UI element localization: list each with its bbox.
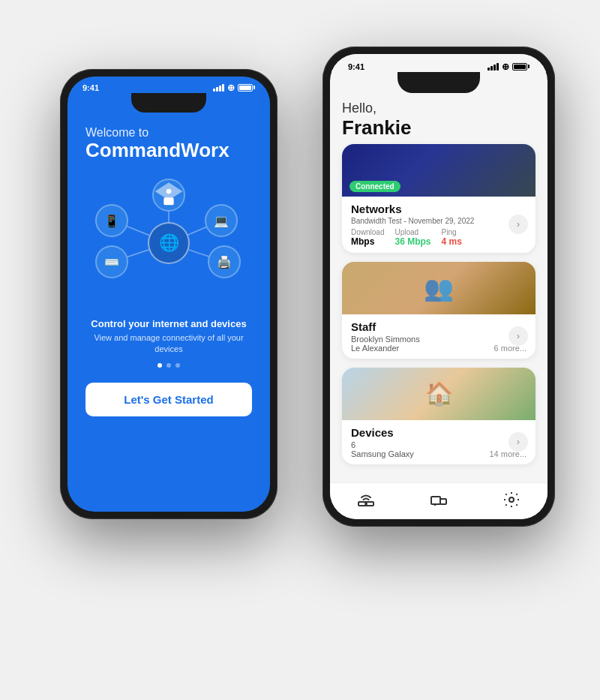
devices-info: 6 Samsung Galaxy 14 more... xyxy=(351,440,526,458)
download-label: Download xyxy=(351,228,384,236)
network-diagram: 🌐 💻 🖨️ ⌨️ xyxy=(94,176,244,311)
router-node xyxy=(152,179,185,212)
welcome-line1: Welcome to xyxy=(86,126,148,140)
svg-point-8 xyxy=(365,503,367,504)
right-time: 9:41 xyxy=(348,62,364,71)
network-card-image: Connected xyxy=(342,144,536,197)
devices-count: 6 xyxy=(351,440,526,449)
devices-row: Samsung Galaxy 14 more... xyxy=(351,449,526,458)
staff-card: 👥 Staff Brooklyn Simmons Le Alexander 6 … xyxy=(342,262,536,359)
tab-bar xyxy=(330,482,548,519)
devices-card: 🏠 Devices 6 Samsung Galaxy 14 more... › xyxy=(342,368,536,464)
phones-container: 9:41 ⊕ xyxy=(38,32,562,669)
diagram-main-title: Control your internet and devices xyxy=(86,318,252,329)
upload-value: 36 Mbps xyxy=(394,236,430,247)
devices-card-image: 🏠 xyxy=(342,368,536,420)
phone-right: 9:41 ⊕ xyxy=(322,47,555,527)
person1-name: Brooklyn Simmons xyxy=(351,335,526,344)
staff-person-list: Brooklyn Simmons Le Alexander 6 more... xyxy=(351,335,526,353)
download-value: Mbps xyxy=(351,236,384,247)
tab-settings[interactable] xyxy=(502,491,520,509)
svg-rect-10 xyxy=(440,499,446,504)
right-status-bar: 9:41 ⊕ xyxy=(330,54,548,72)
person2-name: Le Alexander xyxy=(351,344,399,353)
dot-1 xyxy=(158,363,162,368)
right-status-icons: ⊕ xyxy=(488,62,530,72)
devices-card-title: Devices xyxy=(351,426,526,439)
staff-card-title: Staff xyxy=(351,320,526,333)
user-name: Frankie xyxy=(342,116,536,140)
right-screen: 9:41 ⊕ xyxy=(330,54,548,519)
devices-card-body: Devices 6 Samsung Galaxy 14 more... › xyxy=(342,420,536,464)
staff-faces-decoration: 👥 xyxy=(342,262,536,314)
network-card-body: Networks Bandwidth Test - November 29, 2… xyxy=(342,197,536,253)
devices-chevron[interactable]: › xyxy=(508,432,528,452)
devices-room-decoration: 🏠 xyxy=(342,368,536,420)
diagram-subtitle: View and manage connectivity of all your… xyxy=(86,332,252,356)
right-notch xyxy=(398,72,480,93)
staff-card-image: 👥 xyxy=(342,262,536,314)
printer-node: 🖨️ xyxy=(208,245,241,278)
left-status-icons: ⊕ xyxy=(213,83,255,93)
battery-icon xyxy=(238,84,255,92)
right-wifi-icon: ⊕ xyxy=(502,62,509,72)
svg-point-12 xyxy=(509,497,514,502)
connected-badge: Connected xyxy=(350,181,400,192)
dot-3 xyxy=(176,363,180,368)
download-item: Download Mbps xyxy=(351,228,384,247)
ping-value: 4 ms xyxy=(442,236,462,247)
bandwidth-date: Bandwidth Test - November 29, 2022 xyxy=(351,217,526,225)
signal-bars-icon xyxy=(213,84,224,92)
left-content: Welcome to CommandWorx 🌐 xyxy=(68,113,270,512)
left-notch xyxy=(131,93,206,113)
pagination-dots xyxy=(158,363,180,368)
dot-2 xyxy=(166,363,171,368)
svg-rect-5 xyxy=(164,197,173,205)
staff-card-body: Staff Brooklyn Simmons Le Alexander 6 mo… xyxy=(342,314,536,359)
left-status-bar: 9:41 ⊕ xyxy=(68,77,270,93)
ping-item: Ping 4 ms xyxy=(442,228,462,247)
network-card-title: Networks xyxy=(351,203,526,215)
left-screen: 9:41 ⊕ xyxy=(68,77,270,512)
wifi-icon: ⊕ xyxy=(227,83,235,93)
tab-devices[interactable] xyxy=(430,491,448,509)
right-scroll-content: Hello, Frankie Connected Networks Bandwi… xyxy=(330,93,548,482)
app-title: CommandWorx xyxy=(86,140,230,161)
svg-rect-9 xyxy=(431,497,440,504)
keyboard-node: ⌨️ xyxy=(95,245,128,278)
upload-label: Upload xyxy=(394,228,430,236)
upload-item: Upload 36 Mbps xyxy=(394,228,430,247)
phone-left: 9:41 ⊕ xyxy=(60,69,278,519)
device-name: Samsung Galaxy xyxy=(351,449,414,458)
network-chevron[interactable]: › xyxy=(508,215,528,234)
diagram-description: Control your internet and devices View a… xyxy=(86,318,252,356)
svg-point-6 xyxy=(166,189,172,194)
right-battery-icon xyxy=(512,63,530,71)
left-time: 9:41 xyxy=(82,83,99,92)
ping-label: Ping xyxy=(442,228,462,236)
right-signal-icon xyxy=(488,63,499,71)
person2-row: Le Alexander 6 more... xyxy=(351,344,526,353)
bandwidth-row: Download Mbps Upload 36 Mbps Ping 4 ms xyxy=(351,228,526,247)
get-started-button[interactable]: Let's Get Started xyxy=(86,383,252,416)
greeting-text: Hello, xyxy=(342,101,536,116)
laptop-node: 💻 xyxy=(205,204,238,237)
center-node-globe: 🌐 xyxy=(148,222,190,264)
network-card: Connected Networks Bandwidth Test - Nove… xyxy=(342,144,536,253)
hello-section: Hello, Frankie xyxy=(342,93,536,144)
tab-router[interactable] xyxy=(357,491,375,509)
staff-chevron[interactable]: › xyxy=(508,326,528,346)
phone-node: 📱 xyxy=(95,204,128,237)
